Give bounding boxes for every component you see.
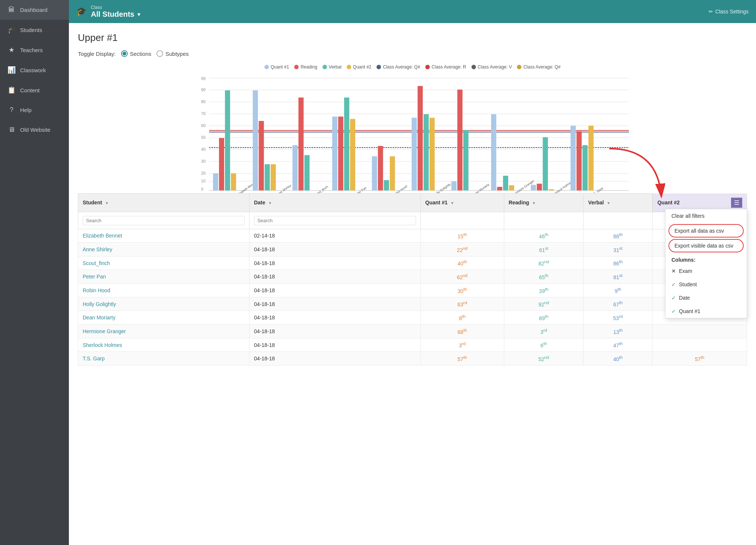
sidebar-item-label: Dashboard (20, 7, 47, 13)
col-student-item[interactable]: ✓ Student (666, 278, 747, 291)
table-row: Peter Pan 04-18-18 62nd 65th 81st (78, 270, 747, 284)
table-row: Robin Hood 04-18-18 30th 39th 9th (78, 284, 747, 297)
table-row: T.S. Garp 04-18-18 57th 52nd 40th 57th (78, 352, 747, 366)
chart-legend: Quant #1ReadingVerbalQuant #2Class Avera… (78, 64, 747, 70)
cell-quant1: 57th (420, 352, 504, 366)
cell-verbal: 67th (584, 297, 652, 311)
svg-rect-32 (265, 164, 270, 190)
svg-text:60: 60 (201, 123, 206, 128)
legend-item: Class Average: R (425, 64, 466, 70)
data-table: Student ▼ Date ▼ Quant #1 ▼ Reading (78, 193, 747, 366)
export-all-item[interactable]: Export all data as csv (668, 224, 744, 238)
sidebar-item-students[interactable]: 🎓 Students (0, 20, 69, 40)
sections-radio[interactable]: Sections (121, 50, 152, 57)
col-quant1-item[interactable]: ✓ Quant #1 (666, 305, 747, 318)
class-dropdown-arrow[interactable]: ▾ (137, 11, 140, 18)
svg-text:0: 0 (201, 187, 203, 191)
search-date-input[interactable] (254, 216, 416, 225)
cell-quant2 (652, 338, 747, 352)
search-student-input[interactable] (83, 216, 245, 225)
svg-text:90: 90 (201, 87, 206, 92)
export-visible-item[interactable]: Export visible data as csv (668, 239, 744, 252)
svg-rect-46 (384, 180, 389, 191)
svg-rect-66 (549, 189, 554, 190)
svg-rect-58 (491, 114, 496, 191)
cell-quant1: 15th (420, 229, 504, 243)
cell-reading: 6th (504, 338, 584, 352)
th-search-date (249, 212, 420, 229)
th-verbal[interactable]: Verbal ▼ (584, 194, 652, 212)
th-quant1[interactable]: Quant #1 ▼ (420, 194, 504, 212)
svg-rect-42 (350, 119, 355, 191)
subtypes-label: Subtypes (165, 51, 189, 57)
column-menu-button[interactable]: ☰ (731, 198, 742, 208)
cell-verbal: 86th (584, 256, 652, 270)
cell-verbal: 13th (584, 325, 652, 338)
cell-student: Holly Golightly (78, 297, 250, 311)
main-area: 🎓 Class All Students ▾ ✏ Class Settings … (69, 0, 756, 545)
sidebar-item-dashboard[interactable]: 🏛 Dashboard (0, 0, 69, 20)
cell-date: 04-18-18 (249, 338, 420, 352)
subtypes-radio-circle (156, 50, 163, 57)
cell-reading: 3rd (504, 325, 584, 338)
cell-date: 02-14-18 (249, 229, 420, 243)
svg-rect-40 (338, 117, 343, 190)
subtypes-radio[interactable]: Subtypes (156, 50, 189, 57)
svg-rect-69 (576, 131, 582, 191)
class-settings-button[interactable]: ✏ Class Settings (709, 9, 749, 15)
toggle-display-row: Toggle Display: Sections Subtypes (78, 50, 747, 57)
th-date[interactable]: Date ▼ (249, 194, 420, 212)
sidebar-item-content[interactable]: 📋 Content (0, 80, 69, 100)
cell-reading: 65th (504, 270, 584, 284)
cell-reading: 82nd (504, 256, 584, 270)
sidebar-item-teachers[interactable]: ★ Teachers (0, 40, 69, 60)
svg-rect-37 (304, 155, 309, 191)
sort-icon-reading: ▼ (532, 201, 536, 205)
cell-reading: 39th (504, 284, 584, 297)
sidebar-item-label: Old Website (20, 127, 50, 133)
svg-rect-55 (457, 90, 463, 191)
sidebar-item-help[interactable]: ? Help (0, 100, 69, 120)
cell-student: T.S. Garp (78, 352, 250, 366)
cell-student: Hermione Granger (78, 325, 250, 338)
sections-label: Sections (130, 51, 152, 57)
cell-verbal: 53rd (584, 311, 652, 325)
x-icon: ✕ (671, 268, 676, 274)
svg-rect-41 (344, 98, 349, 191)
th-reading[interactable]: Reading ▼ (504, 194, 584, 212)
svg-rect-36 (298, 98, 304, 191)
cell-reading: 89th (504, 311, 584, 325)
svg-rect-39 (332, 117, 337, 190)
cell-reading: 52nd (504, 352, 584, 366)
cell-date: 04-18-18 (249, 311, 420, 325)
th-search-verbal (584, 212, 652, 229)
settings-label: Class Settings (715, 9, 749, 15)
sidebar-item-label: Teachers (20, 47, 43, 53)
svg-rect-33 (271, 164, 276, 190)
sidebar-item-label: Students (20, 27, 42, 33)
sidebar-item-old-website[interactable]: 🖥 Old Website (0, 120, 69, 140)
svg-rect-71 (588, 126, 594, 191)
table-row: Dean Moriarty 04-18-18 8th 89th 53rd (78, 311, 747, 325)
th-student[interactable]: Student ▼ (78, 194, 250, 212)
cell-student: Sherlock Holmes (78, 338, 250, 352)
svg-rect-50 (417, 86, 423, 191)
cell-student: Robin Hood (78, 284, 250, 297)
cell-quant1: 8th (420, 311, 504, 325)
sidebar: 🏛 Dashboard 🎓 Students ★ Teachers 📊 Clas… (0, 0, 69, 545)
sidebar-item-classwork[interactable]: 📊 Classwork (0, 60, 69, 80)
svg-rect-26 (219, 138, 224, 191)
svg-rect-59 (497, 187, 502, 191)
table-row: Elizabeth Bennet 02-14-18 15th 46th 88th (78, 229, 747, 243)
cell-date: 04-18-18 (249, 243, 420, 256)
col-date-item[interactable]: ✓ Date (666, 291, 747, 305)
table-row: Holly Golightly 04-18-18 63rd 92nd 67th (78, 297, 747, 311)
clear-filters-item[interactable]: Clear all filters (666, 209, 747, 223)
table-row: Scout_finch 04-18-18 40th 82nd 86th (78, 256, 747, 270)
cell-date: 04-18-18 (249, 352, 420, 366)
cell-date: 04-18-18 (249, 284, 420, 297)
svg-rect-64 (537, 184, 542, 190)
svg-rect-52 (429, 118, 435, 190)
bar-chart: 99 90 80 70 60 50 40 30 20 10 0 (78, 74, 747, 193)
col-exam-item[interactable]: ✕ Exam (666, 264, 747, 278)
